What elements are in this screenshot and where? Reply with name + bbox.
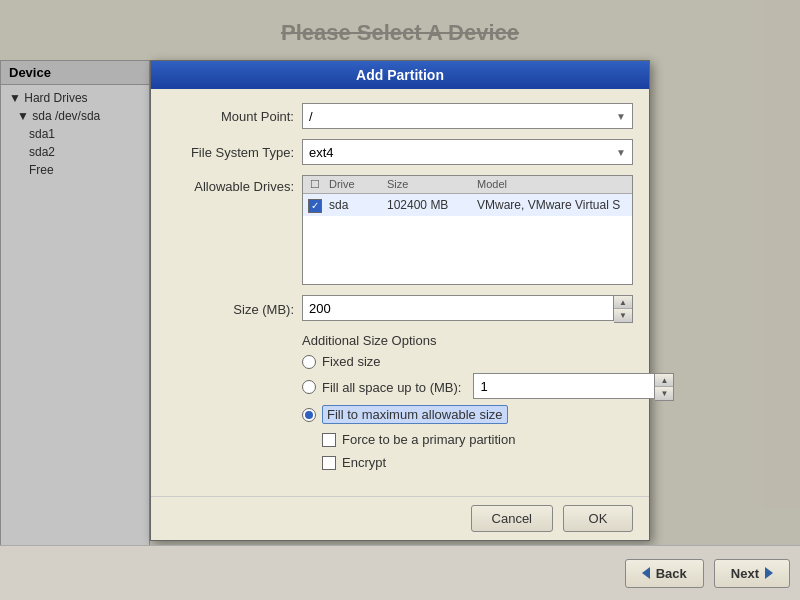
size-control: ▲ ▼ <box>302 295 633 323</box>
encrypt-label: Encrypt <box>342 455 386 470</box>
filesystem-value: ext4 <box>309 145 334 160</box>
drives-section: Allowable Drives: ☐ Drive Size Model ✓ s… <box>167 175 633 285</box>
fill-up-increment-button[interactable]: ▲ <box>655 374 673 387</box>
ok-button[interactable]: OK <box>563 505 633 532</box>
col-header-size: Size <box>387 178 477 191</box>
next-button[interactable]: Next <box>714 559 790 588</box>
encrypt-checkbox[interactable] <box>322 456 336 470</box>
option-fill-max-row: Fill to maximum allowable size <box>302 405 633 424</box>
dialog-title: Add Partition <box>356 67 444 83</box>
option-fixed-radio[interactable] <box>302 355 316 369</box>
force-primary-checkbox[interactable] <box>322 433 336 447</box>
next-label: Next <box>731 566 759 581</box>
col-header-drive: Drive <box>327 178 387 191</box>
size-row: Size (MB): ▲ ▼ <box>167 295 633 323</box>
mount-point-value: / <box>309 109 313 124</box>
filesystem-arrow-icon: ▼ <box>616 147 626 158</box>
bottom-nav-bar: Back Next <box>0 545 800 600</box>
back-arrow-icon <box>642 567 650 579</box>
option-fill-max-radio[interactable] <box>302 408 316 422</box>
option-fixed-row: Fixed size <box>302 354 633 369</box>
option-fill-up-label: Fill all space up to (MB): <box>322 380 461 395</box>
size-decrement-button[interactable]: ▼ <box>614 309 632 322</box>
filesystem-select[interactable]: ext4 ▼ <box>302 139 633 165</box>
filesystem-row: File System Type: ext4 ▼ <box>167 139 633 165</box>
table-row[interactable]: ✓ sda 102400 MB VMware, VMware Virtual S <box>303 194 632 216</box>
mount-point-control: / ▼ <box>302 103 633 129</box>
next-arrow-icon <box>765 567 773 579</box>
size-increment-button[interactable]: ▲ <box>614 296 632 309</box>
option-fixed-label: Fixed size <box>322 354 381 369</box>
drives-table: ☐ Drive Size Model ✓ sda 102400 MB VMwar… <box>302 175 633 285</box>
col-header-check: ☐ <box>303 178 327 191</box>
size-spinbox-buttons: ▲ ▼ <box>614 295 633 323</box>
mount-point-label: Mount Point: <box>167 109 302 124</box>
mount-point-select[interactable]: / ▼ <box>302 103 633 129</box>
additional-options-header: Additional Size Options <box>302 333 633 348</box>
fill-up-spinbox: ▲ ▼ <box>473 373 573 401</box>
force-primary-row: Force to be a primary partition <box>322 432 633 447</box>
dialog-content: Mount Point: / ▼ File System Type: ext4 … <box>151 89 649 492</box>
size-label: Size (MB): <box>167 302 302 317</box>
add-partition-dialog: Add Partition Mount Point: / ▼ File Syst… <box>150 60 650 541</box>
row-model: VMware, VMware Virtual S <box>477 198 632 212</box>
dialog-title-bar: Add Partition <box>151 61 649 89</box>
col-header-model: Model <box>477 178 632 191</box>
filesystem-control: ext4 ▼ <box>302 139 633 165</box>
dialog-overlay: Add Partition Mount Point: / ▼ File Syst… <box>0 0 800 600</box>
cancel-button[interactable]: Cancel <box>471 505 553 532</box>
fill-up-spinbox-buttons: ▲ ▼ <box>655 373 674 401</box>
mount-point-arrow-icon: ▼ <box>616 111 626 122</box>
size-input[interactable] <box>302 295 614 321</box>
filesystem-label: File System Type: <box>167 145 302 160</box>
fill-up-decrement-button[interactable]: ▼ <box>655 387 673 400</box>
fill-up-input[interactable] <box>473 373 655 399</box>
force-primary-label: Force to be a primary partition <box>342 432 515 447</box>
back-label: Back <box>656 566 687 581</box>
mount-point-row: Mount Point: / ▼ <box>167 103 633 129</box>
dialog-buttons: Cancel OK <box>151 496 649 540</box>
option-fill-up-row: Fill all space up to (MB): ▲ ▼ <box>302 373 633 401</box>
row-size: 102400 MB <box>387 198 477 212</box>
drives-table-header: ☐ Drive Size Model <box>303 176 632 194</box>
option-fill-max-label: Fill to maximum allowable size <box>322 405 508 424</box>
row-drive: sda <box>327 198 387 212</box>
option-fill-up-radio[interactable] <box>302 380 316 394</box>
drives-label: Allowable Drives: <box>167 175 302 285</box>
row-check[interactable]: ✓ <box>303 197 327 213</box>
back-button[interactable]: Back <box>625 559 704 588</box>
size-spinbox: ▲ ▼ <box>302 295 633 323</box>
drive-checkbox[interactable]: ✓ <box>308 199 322 213</box>
encrypt-row: Encrypt <box>322 455 633 470</box>
